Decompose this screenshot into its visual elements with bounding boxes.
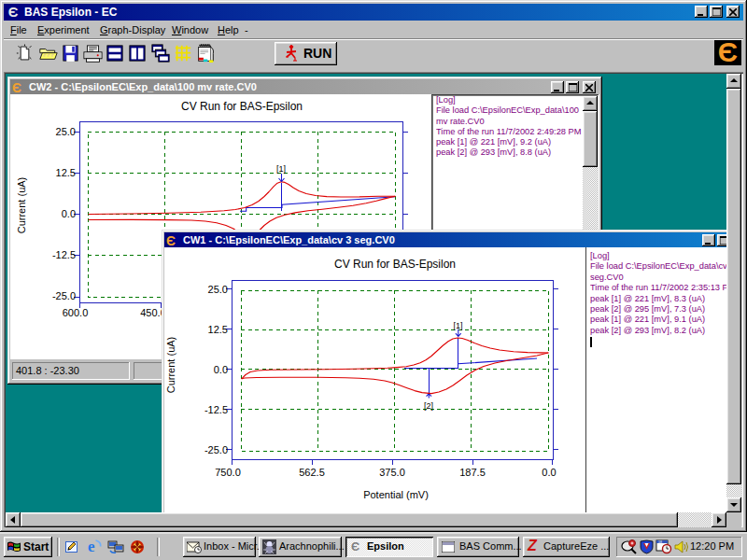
svg-text:18: 18 [658,540,662,544]
svg-text:25.0: 25.0 [56,126,76,137]
svg-text:e: e [88,539,95,554]
svg-text:CV Run for BAS-Epsilon: CV Run for BAS-Epsilon [334,258,456,271]
svg-text:Potential (mV): Potential (mV) [363,489,429,500]
svg-text:375.0: 375.0 [379,467,405,478]
svg-text:CV Run for BAS-Epsilon: CV Run for BAS-Epsilon [181,100,303,113]
svg-text:-25.0: -25.0 [52,290,76,301]
svg-text:Current (uA): Current (uA) [165,337,176,394]
svg-text:[2]: [2] [424,401,433,411]
svg-text:0.0: 0.0 [542,467,556,478]
svg-text:187.5: 187.5 [459,467,486,478]
svg-text:562.5: 562.5 [299,467,325,478]
svg-text:12.5: 12.5 [56,167,76,178]
svg-text:[1]: [1] [453,321,462,330]
svg-text:[1]: [1] [276,164,286,174]
svg-text:600.0: 600.0 [63,307,89,318]
svg-text:-25.0: -25.0 [204,444,228,455]
svg-text:750.0: 750.0 [215,467,241,478]
svg-text:12.5: 12.5 [208,324,228,335]
svg-text:-12.5: -12.5 [52,249,76,260]
svg-text:Current (uA): Current (uA) [16,177,27,234]
svg-text:25.0: 25.0 [208,284,228,295]
svg-text:0.0: 0.0 [214,364,228,375]
svg-text:0.0: 0.0 [62,208,76,219]
svg-text:-12.5: -12.5 [204,404,228,415]
